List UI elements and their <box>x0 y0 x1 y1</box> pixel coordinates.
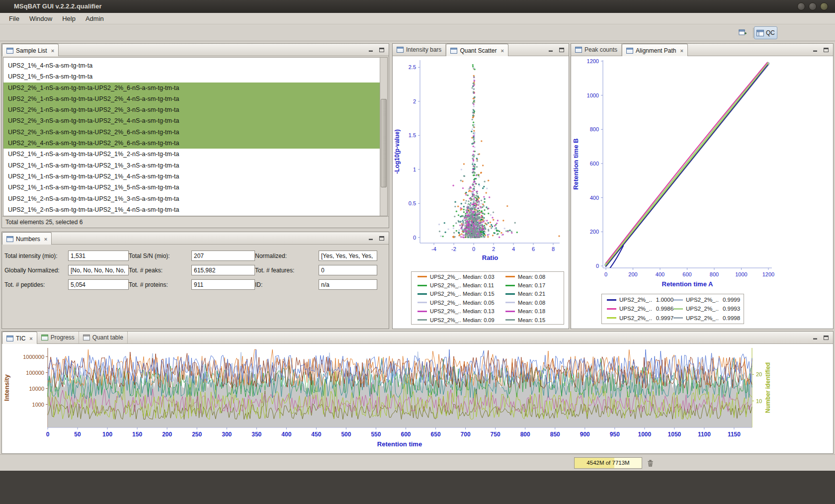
field-input[interactable] <box>191 251 255 261</box>
minimize-button[interactable] <box>546 46 555 54</box>
field-input[interactable] <box>68 279 129 290</box>
svg-text:400: 400 <box>590 195 599 201</box>
open-perspective-button[interactable] <box>736 27 750 39</box>
svg-text:0: 0 <box>472 246 475 252</box>
minimize-button[interactable] <box>810 46 820 54</box>
window-title: MSqBAT GUI v.2.2.2.qualifier <box>14 0 102 13</box>
field-input[interactable] <box>319 265 377 275</box>
svg-text:200: 200 <box>590 229 599 235</box>
maximize-button[interactable] <box>821 334 831 342</box>
legend-swatch <box>607 299 616 301</box>
sample-list-item[interactable]: UPS2_2%_3-nS-a-sm-tg-tm-ta-UPS2_2%_4-nS-… <box>3 115 380 126</box>
field-label: Tot. # features: <box>255 267 319 274</box>
svg-text:800: 800 <box>520 431 530 438</box>
svg-text:250: 250 <box>192 431 202 438</box>
sample-list-scrollbar[interactable] <box>380 58 387 216</box>
sample-list-item[interactable]: UPS2_1%_1-nS-a-sm-tg-tm-ta-UPS2_1%_2-nS-… <box>3 149 380 160</box>
svg-text:Intensity: Intensity <box>3 374 10 401</box>
tab-quant-table[interactable]: Quant table <box>79 332 128 343</box>
tab-peak-counts[interactable]: Peak counts <box>571 44 622 56</box>
field-input[interactable] <box>191 279 255 290</box>
menu-admin[interactable]: Admin <box>81 15 109 22</box>
tab-sample-list[interactable]: Sample List × <box>2 44 59 57</box>
legend-swatch <box>418 302 427 303</box>
close-icon[interactable]: × <box>29 336 32 341</box>
close-icon[interactable]: × <box>44 236 47 242</box>
sample-list-item[interactable]: UPS2_1%_2-nS-a-sm-tg-tm-ta-UPS2_1%_4-nS-… <box>3 204 380 215</box>
svg-text:50: 50 <box>74 431 81 438</box>
svg-text:0: 0 <box>413 235 416 241</box>
sample-list-item[interactable]: UPS2_1%_1-nS-a-sm-tg-tm-ta-UPS2_1%_4-nS-… <box>3 171 380 182</box>
window-close-button[interactable] <box>820 2 828 10</box>
menu-file[interactable]: File <box>4 15 24 22</box>
maximize-button[interactable] <box>557 46 566 54</box>
field-label: Tot. # peptides: <box>4 281 68 288</box>
field-input[interactable] <box>68 265 129 275</box>
svg-text:1.5: 1.5 <box>409 132 416 138</box>
maximize-button[interactable] <box>377 46 386 54</box>
scrollbar-thumb[interactable] <box>381 99 387 187</box>
menu-help[interactable]: Help <box>57 15 81 22</box>
scatter-tabbar: Intensity bars Quant Scatter × <box>393 44 569 56</box>
field-input[interactable] <box>191 265 255 275</box>
sample-list-item[interactable]: UPS2_2%_1-nS-a-sm-tg-tm-ta-UPS2_2%_6-nS-… <box>3 83 380 93</box>
menu-window[interactable]: Window <box>24 15 57 22</box>
run-garbage-collector-button[interactable] <box>645 458 656 469</box>
sample-list-item[interactable]: UPS2_2%_1-nS-a-sm-tg-tm-ta-UPS2_2%_4-nS-… <box>3 93 380 104</box>
maximize-button[interactable] <box>821 46 831 54</box>
sample-list-item[interactable]: UPS2_1%_1-nS-a-sm-tg-tm-ta-UPS2_1%_5-nS-… <box>3 182 380 193</box>
legend-swatch <box>505 285 515 286</box>
svg-text:400: 400 <box>281 431 291 438</box>
svg-text:-2: -2 <box>451 246 456 252</box>
svg-text:Number identified: Number identified <box>764 362 771 413</box>
view-icon <box>6 48 13 54</box>
tab-progress[interactable]: Progress <box>37 332 79 343</box>
tab-numbers[interactable]: Numbers × <box>2 232 52 245</box>
perspective-icon <box>756 30 764 36</box>
tab-tic[interactable]: TIC × <box>2 332 37 344</box>
svg-text:500: 500 <box>341 431 351 438</box>
tab-label: Intensity bars <box>406 46 441 53</box>
minimize-button[interactable] <box>366 234 375 243</box>
field-input[interactable] <box>319 279 377 290</box>
close-icon[interactable]: × <box>501 48 503 54</box>
minimize-button[interactable] <box>366 46 375 54</box>
perspective-qc-button[interactable]: QC <box>754 26 777 39</box>
legend-swatch <box>607 308 616 310</box>
menubar: FileWindowHelpAdmin <box>0 13 835 24</box>
svg-text:2: 2 <box>492 246 495 252</box>
sample-list-item[interactable]: UPS2_1%_1-nS-a-sm-tg-tm-ta-UPS2_1%_3-nS-… <box>3 160 380 171</box>
sample-list-item[interactable]: UPS2_1%_2-nS-a-sm-tg-tm-ta-UPS2_1%_3-nS-… <box>3 193 380 204</box>
svg-text:300: 300 <box>222 431 232 438</box>
alignment-path-panel: Peak counts Alignment Path × 02004006008… <box>571 43 834 329</box>
sample-list-item[interactable]: UPS2_2%_1-nS-a-sm-tg-tm-ta-UPS2_2%_3-nS-… <box>3 104 380 115</box>
svg-text:800: 800 <box>590 126 599 132</box>
svg-text:4: 4 <box>512 246 515 252</box>
title-bar[interactable]: MSqBAT GUI v.2.2.2.qualifier <box>0 0 835 13</box>
svg-text:200: 200 <box>628 271 637 277</box>
heap-status-widget[interactable]: 4542M of 7713M <box>574 457 642 469</box>
window-maximize-button[interactable] <box>809 2 817 10</box>
field-input[interactable] <box>68 251 129 261</box>
tab-intensity-bars[interactable]: Intensity bars <box>393 44 446 56</box>
alignment-path-chart: 0200400600800100012000200400600800100012… <box>571 56 833 290</box>
close-icon[interactable]: × <box>680 48 683 54</box>
sample-list-item[interactable]: UPS2_1%_5-nS-a-sm-tg-tm-ta <box>3 71 380 82</box>
svg-text:600: 600 <box>590 161 599 167</box>
sample-list-item[interactable]: UPS2_2%_3-nS-a-sm-tg-tm-ta-UPS2_2%_6-nS-… <box>3 127 380 138</box>
maximize-button[interactable] <box>377 234 386 243</box>
tab-label: Quant table <box>92 334 123 341</box>
legend-item: UPS2_2%_..0.9997 <box>607 315 673 321</box>
tab-quant-scatter[interactable]: Quant Scatter × <box>446 44 508 57</box>
field-label: ID: <box>255 281 319 288</box>
minimize-button[interactable] <box>810 334 820 342</box>
svg-text:150: 150 <box>132 431 142 438</box>
svg-text:1150: 1150 <box>728 431 741 438</box>
sample-list-item[interactable]: UPS2_1%_4-nS-a-sm-tg-tm-ta <box>3 60 380 71</box>
field-input[interactable] <box>319 251 377 261</box>
legend-row: UPS2_2%_..Median: 0.05Mean: 0.08 <box>412 298 564 307</box>
tab-alignment-path[interactable]: Alignment Path × <box>622 44 688 57</box>
sample-list-item[interactable]: UPS2_2%_4-nS-a-sm-tg-tm-ta-UPS2_2%_6-nS-… <box>3 138 380 149</box>
window-minimize-button[interactable] <box>797 2 805 10</box>
close-icon[interactable]: × <box>51 48 54 54</box>
